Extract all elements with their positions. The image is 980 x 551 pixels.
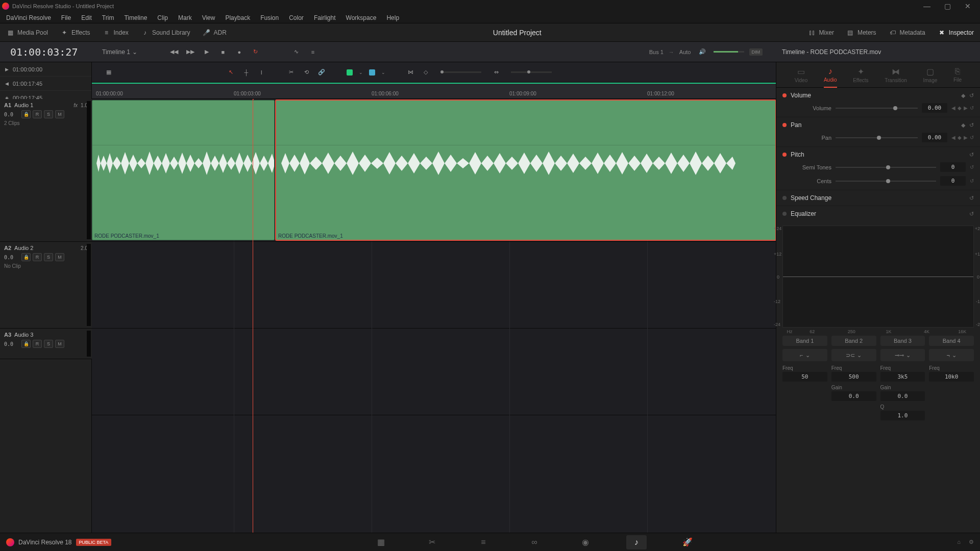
band1-freq[interactable]: 50: [782, 372, 827, 382]
eq-graph[interactable]: +24 +12 0 -12 -24 +24 +12 0 -12 -24 Hz 6…: [782, 226, 974, 328]
track-db[interactable]: 0.0: [4, 255, 19, 260]
band-name[interactable]: Band 3: [880, 336, 925, 346]
semitones-slider[interactable]: [836, 167, 936, 168]
tab-image[interactable]: ▢Image: [923, 67, 938, 83]
bus-label[interactable]: Bus 1: [649, 49, 664, 55]
track-header-a2[interactable]: A2Audio 22.0 0.0🔒RSM No Clip: [0, 242, 92, 329]
menu-view[interactable]: View: [197, 13, 220, 23]
pan-value[interactable]: 0.00: [922, 133, 947, 142]
band3-gain[interactable]: 0.0: [880, 391, 925, 401]
cents-value[interactable]: 0: [940, 176, 966, 186]
inspector-button[interactable]: ✖Inspector: [932, 26, 980, 40]
volume-slider[interactable]: [836, 108, 918, 109]
keyframe-icon[interactable]: ◆: [961, 122, 965, 129]
band-shape[interactable]: ⌐⌄: [782, 349, 827, 361]
audio-clip-1[interactable]: RODE PODCASTER.mov_1: [92, 100, 275, 240]
audio-clip-2[interactable]: RODE PODCASTER.mov_1: [276, 100, 776, 240]
reset-icon[interactable]: ↺: [969, 195, 974, 202]
page-fusion[interactable]: ∞: [524, 535, 545, 549]
band3-q[interactable]: 1.0: [880, 411, 925, 420]
playhead[interactable]: [253, 99, 253, 533]
stop-button[interactable]: ■: [217, 46, 229, 58]
dim-button[interactable]: DIM: [749, 48, 763, 56]
enable-dot[interactable]: [782, 153, 787, 157]
section-speed[interactable]: Speed Change↺: [776, 190, 980, 206]
band-shape[interactable]: ⊸⊸⌄: [880, 349, 925, 361]
menu-clip[interactable]: Clip: [152, 13, 173, 23]
snap-tool[interactable]: ⟲: [302, 68, 311, 77]
lock-button[interactable]: 🔒: [21, 340, 31, 348]
band-shape[interactable]: ⊃⊂⌄: [831, 349, 876, 361]
menu-color[interactable]: Color: [284, 13, 309, 23]
band2-gain[interactable]: 0.0: [831, 391, 876, 401]
speaker-icon[interactable]: 🔊: [696, 46, 708, 58]
settings-icon[interactable]: ⚙: [969, 539, 974, 545]
crossfade-icon[interactable]: ⋈: [406, 68, 415, 77]
effects-button[interactable]: ✦Effects: [54, 26, 96, 40]
reset-icon[interactable]: ↺: [969, 152, 974, 158]
lock-button[interactable]: 🔒: [21, 110, 31, 118]
arm-button[interactable]: R: [33, 340, 42, 348]
timeline-view-icon[interactable]: ▦: [104, 68, 113, 77]
media-pool-button[interactable]: ▦Media Pool: [0, 26, 54, 40]
semitones-value[interactable]: 0: [940, 162, 966, 172]
next-kf-icon[interactable]: ▶: [964, 105, 968, 111]
volume-slider[interactable]: [714, 51, 744, 53]
maximize-button[interactable]: ▢: [937, 0, 958, 12]
loop-button[interactable]: ↻: [250, 46, 262, 58]
mute-button[interactable]: M: [55, 340, 64, 348]
track-a3-lane[interactable]: [92, 329, 776, 415]
page-fairlight[interactable]: ♪: [626, 535, 647, 549]
reset-icon[interactable]: ↺: [970, 135, 974, 140]
track-db[interactable]: 0.0: [4, 341, 19, 347]
menu-trim[interactable]: Trim: [97, 13, 119, 23]
tab-video[interactable]: ▭Video: [795, 67, 807, 83]
rewind-button[interactable]: ◀◀: [168, 46, 180, 58]
tab-transition[interactable]: ⧓Transition: [885, 67, 907, 83]
cents-slider[interactable]: [836, 181, 936, 182]
arm-button[interactable]: R: [33, 253, 42, 261]
track-db[interactable]: 0.0: [4, 112, 19, 117]
play-button[interactable]: ▶: [201, 46, 213, 58]
settings-icon[interactable]: ≡: [307, 46, 319, 58]
reset-icon[interactable]: ↺: [970, 105, 974, 111]
pan-slider[interactable]: [836, 137, 918, 138]
metadata-button[interactable]: 🏷Metadata: [883, 26, 932, 40]
mute-button[interactable]: M: [55, 110, 64, 118]
menu-workspace[interactable]: Workspace: [341, 13, 382, 23]
page-media[interactable]: ▦: [371, 535, 391, 549]
add-kf-icon[interactable]: ◆: [958, 135, 962, 140]
enable-dot[interactable]: [782, 123, 787, 127]
enable-dot[interactable]: [782, 196, 787, 200]
menu-mark[interactable]: Mark: [173, 13, 197, 23]
home-icon[interactable]: ⌂: [957, 539, 961, 545]
menu-edit[interactable]: Edit: [76, 13, 97, 23]
band4-freq[interactable]: 10k0: [929, 372, 974, 382]
menu-fusion[interactable]: Fusion: [255, 13, 284, 23]
chevron-down-icon[interactable]: ⌄: [381, 70, 385, 75]
add-kf-icon[interactable]: ◆: [958, 105, 962, 111]
reset-icon[interactable]: ↺: [969, 122, 974, 129]
track-a1-lane[interactable]: RODE PODCASTER.mov_1 RODE PODCASTER.mov_…: [92, 99, 776, 242]
page-edit[interactable]: ≡: [473, 535, 494, 549]
transient-icon[interactable]: ◇: [421, 68, 430, 77]
band-name[interactable]: Band 2: [831, 336, 876, 346]
selection-tool[interactable]: ↖: [226, 68, 235, 77]
tc-in[interactable]: ▶01:00:00:00: [0, 62, 91, 77]
tab-effects[interactable]: ✦Effects: [853, 67, 868, 83]
index-button[interactable]: ≡Index: [96, 26, 135, 40]
band-name[interactable]: Band 4: [929, 336, 974, 346]
volume-value[interactable]: 0.00: [922, 103, 947, 113]
mixer-button[interactable]: ⫿⫿Mixer: [802, 26, 840, 40]
reset-icon[interactable]: ↺: [969, 92, 974, 99]
prev-kf-icon[interactable]: ◀: [951, 135, 955, 140]
band-name[interactable]: Band 1: [782, 336, 827, 346]
arm-button[interactable]: R: [33, 110, 42, 118]
tracks-canvas[interactable]: RODE PODCASTER.mov_1 RODE PODCASTER.mov_…: [92, 99, 776, 533]
band3-freq[interactable]: 3k5: [880, 372, 925, 382]
text-tool[interactable]: I: [257, 68, 266, 77]
adr-button[interactable]: 🎤ADR: [197, 26, 233, 40]
track-a2-lane[interactable]: [92, 242, 776, 329]
mute-button[interactable]: M: [55, 253, 64, 261]
next-kf-icon[interactable]: ▶: [964, 135, 968, 140]
